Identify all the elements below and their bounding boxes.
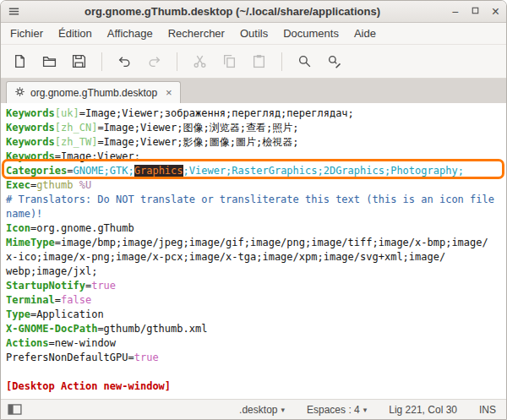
chevron-down-icon: ▾ [281, 406, 285, 414]
statusbar: .desktop ▾ Espaces : 4 ▾ Lig 221, Col 30… [1, 399, 506, 419]
window-title: org.gnome.gThumb.desktop (~/.local/share… [25, 5, 440, 18]
tab-label: org.gnome.gThumb.desktop [30, 87, 157, 99]
tabbar: org.gnome.gThumb.desktop × [1, 79, 506, 103]
tab-close-icon[interactable]: × [166, 87, 172, 98]
titlebar: org.gnome.gThumb.desktop (~/.local/share… [1, 1, 506, 23]
statusbar-right: .desktop ▾ Espaces : 4 ▾ Lig 221, Col 30… [239, 404, 499, 416]
tab-width-selector[interactable]: Espaces : 4 ▾ [307, 404, 367, 416]
menubar: FichierÉditionAffichageRechercherOutilsD… [1, 23, 506, 45]
insert-mode-indicator: INS [479, 404, 496, 416]
toolbar-separator [177, 52, 177, 71]
toolbar-separator [281, 52, 282, 71]
code-line[interactable]: x-ico;image/x-png;image/x-pcx;image/x-tg… [6, 250, 506, 265]
menu-edition[interactable]: Édition [51, 24, 100, 43]
menu-affichage[interactable]: Affichage [100, 24, 161, 43]
menu-aide[interactable]: Aide [346, 24, 384, 43]
language-selector[interactable]: .desktop ▾ [239, 404, 285, 416]
code-line[interactable]: Actions=new-window [6, 336, 506, 351]
editor[interactable]: Keywords[uk]=Image;Viewer;зображення;пер… [1, 103, 506, 399]
menu-documents[interactable]: Documents [275, 24, 346, 43]
code-line[interactable] [6, 365, 506, 379]
window-controls: − × [440, 5, 499, 19]
toolbar [1, 45, 506, 79]
code-line[interactable]: Exec=gthumb %U [6, 178, 506, 193]
app-icon [8, 5, 25, 18]
menu-rechercher[interactable]: Rechercher [161, 24, 232, 43]
side-panel-toggle-button[interactable] [8, 404, 22, 415]
restore-button[interactable] [470, 5, 481, 18]
desktop-file-gear-icon [14, 86, 25, 100]
find-replace-button[interactable] [319, 49, 349, 74]
copy-button[interactable] [215, 49, 244, 74]
code-line[interactable]: StartupNotify=true [6, 279, 506, 293]
cut-button[interactable] [185, 49, 215, 74]
code-line[interactable]: Keywords[zh_TW]=Image;Viewer;影像;圖像;圖片;檢視… [6, 135, 506, 150]
paste-button[interactable] [244, 49, 274, 74]
code-line[interactable]: X-GNOME-DocPath=gthumb/gthumb.xml [6, 322, 506, 336]
code-line[interactable]: MimeType=image/bmp;image/jpeg;image/gif;… [6, 236, 506, 250]
save-document-button[interactable] [64, 49, 94, 74]
close-button[interactable]: × [492, 5, 499, 19]
redo-button[interactable] [139, 49, 169, 74]
code-line[interactable]: # Translators: Do NOT translate or trans… [6, 193, 506, 207]
toolbar-separator [101, 52, 102, 71]
gedit-window: org.gnome.gThumb.desktop (~/.local/share… [0, 0, 507, 420]
menu-outils[interactable]: Outils [232, 24, 275, 43]
open-document-button[interactable] [35, 49, 64, 74]
menu-fichier[interactable]: Fichier [3, 24, 51, 43]
code-line[interactable]: [Desktop Action new-window] [6, 379, 506, 394]
tab-org-gnome-gthumb-desktop[interactable]: org.gnome.gThumb.desktop × [6, 81, 181, 103]
code-line[interactable]: name)! [6, 207, 506, 221]
code-area: Keywords[uk]=Image;Viewer;зображення;пер… [6, 106, 506, 394]
code-line[interactable]: Terminal=false [6, 293, 506, 308]
code-line[interactable]: Type=Application [6, 308, 506, 322]
code-line[interactable]: Icon=org.gnome.gThumb [6, 221, 506, 236]
chevron-down-icon: ▾ [363, 406, 368, 414]
undo-button[interactable] [110, 49, 139, 74]
code-line[interactable]: Keywords[uk]=Image;Viewer;зображення;пер… [6, 106, 506, 121]
code-line[interactable]: Keywords[zh_CN]=Image;Viewer;图像;浏览器;查看;照… [6, 121, 506, 135]
code-line[interactable]: Keywords=Image;Viewer; [6, 150, 506, 164]
code-line[interactable]: PrefersNonDefaultGPU=true [6, 351, 506, 365]
find-button[interactable] [290, 49, 319, 74]
cursor-position: Lig 221, Col 30 [389, 404, 457, 416]
minimize-button[interactable]: − [451, 6, 458, 18]
new-document-button[interactable] [5, 49, 35, 74]
code-line[interactable]: Categories=GNOME;GTK;Graphics;Viewer;Ras… [6, 164, 506, 178]
code-line[interactable]: webp;image/jxl; [6, 265, 506, 279]
